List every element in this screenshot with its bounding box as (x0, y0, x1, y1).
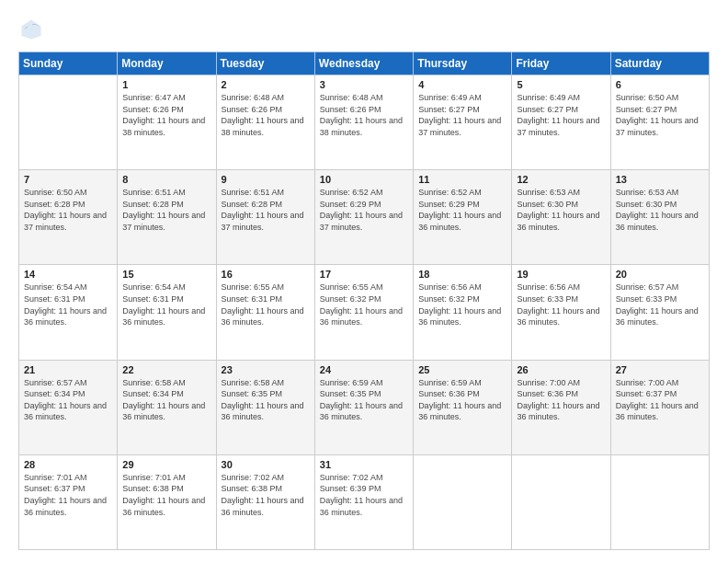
day-number: 23 (222, 364, 310, 375)
calendar-cell: 27Sunrise: 7:00 AMSunset: 6:37 PMDayligh… (610, 360, 709, 454)
cell-info: Sunrise: 6:58 AMSunset: 6:34 PMDaylight:… (122, 377, 210, 423)
logo (18, 17, 48, 42)
calendar-cell: 3Sunrise: 6:48 AMSunset: 6:26 PMDaylight… (314, 75, 413, 170)
calendar-cell: 12Sunrise: 6:53 AMSunset: 6:30 PMDayligh… (512, 170, 610, 265)
day-number: 20 (616, 269, 704, 280)
cell-info: Sunrise: 6:57 AMSunset: 6:33 PMDaylight:… (616, 282, 704, 327)
calendar-day-header: Thursday (414, 52, 512, 75)
calendar-week-row: 21Sunrise: 6:57 AMSunset: 6:34 PMDayligh… (19, 360, 710, 454)
calendar-day-header: Sunday (19, 52, 118, 75)
cell-info: Sunrise: 6:54 AMSunset: 6:31 PMDaylight:… (122, 282, 210, 327)
day-number: 7 (24, 174, 112, 185)
day-number: 19 (517, 269, 605, 280)
cell-info: Sunrise: 6:48 AMSunset: 6:26 PMDaylight:… (222, 92, 310, 138)
cell-info: Sunrise: 6:52 AMSunset: 6:29 PMDaylight:… (418, 187, 506, 233)
cell-info: Sunrise: 6:59 AMSunset: 6:36 PMDaylight:… (418, 377, 506, 423)
cell-info: Sunrise: 6:53 AMSunset: 6:30 PMDaylight:… (616, 187, 704, 233)
calendar-cell (19, 75, 118, 170)
cell-info: Sunrise: 6:50 AMSunset: 6:27 PMDaylight:… (616, 92, 704, 138)
cell-info: Sunrise: 7:01 AMSunset: 6:37 PMDaylight:… (24, 472, 112, 518)
calendar-cell: 4Sunrise: 6:49 AMSunset: 6:27 PMDaylight… (414, 75, 512, 170)
calendar-cell: 6Sunrise: 6:50 AMSunset: 6:27 PMDaylight… (610, 75, 709, 170)
cell-info: Sunrise: 6:56 AMSunset: 6:32 PMDaylight:… (418, 282, 506, 327)
cell-info: Sunrise: 6:50 AMSunset: 6:28 PMDaylight:… (24, 187, 112, 233)
calendar-cell: 22Sunrise: 6:58 AMSunset: 6:34 PMDayligh… (118, 360, 216, 454)
day-number: 25 (418, 364, 506, 375)
calendar-cell: 21Sunrise: 6:57 AMSunset: 6:34 PMDayligh… (19, 360, 118, 454)
cell-info: Sunrise: 6:47 AMSunset: 6:26 PMDaylight:… (122, 92, 210, 138)
calendar-cell: 11Sunrise: 6:52 AMSunset: 6:29 PMDayligh… (414, 170, 512, 265)
calendar-week-row: 14Sunrise: 6:54 AMSunset: 6:31 PMDayligh… (19, 265, 710, 360)
calendar-day-header: Wednesday (314, 52, 413, 75)
calendar-week-row: 28Sunrise: 7:01 AMSunset: 6:37 PMDayligh… (19, 454, 710, 549)
day-number: 24 (320, 364, 408, 375)
cell-info: Sunrise: 6:59 AMSunset: 6:35 PMDaylight:… (320, 377, 408, 423)
calendar-cell (414, 454, 512, 549)
cell-info: Sunrise: 7:02 AMSunset: 6:38 PMDaylight:… (222, 472, 310, 518)
calendar-week-row: 7Sunrise: 6:50 AMSunset: 6:28 PMDaylight… (19, 170, 710, 265)
calendar-cell: 10Sunrise: 6:52 AMSunset: 6:29 PMDayligh… (314, 170, 413, 265)
day-number: 17 (320, 269, 408, 280)
calendar-cell: 17Sunrise: 6:55 AMSunset: 6:32 PMDayligh… (314, 265, 413, 360)
cell-info: Sunrise: 6:48 AMSunset: 6:26 PMDaylight:… (320, 92, 408, 138)
cell-info: Sunrise: 7:00 AMSunset: 6:37 PMDaylight:… (616, 377, 704, 423)
day-number: 11 (418, 174, 506, 185)
calendar-cell: 28Sunrise: 7:01 AMSunset: 6:37 PMDayligh… (19, 454, 118, 549)
calendar-cell: 24Sunrise: 6:59 AMSunset: 6:35 PMDayligh… (314, 360, 413, 454)
calendar-table: SundayMondayTuesdayWednesdayThursdayFrid… (18, 52, 710, 550)
day-number: 6 (616, 79, 704, 90)
calendar-day-header: Friday (512, 52, 610, 75)
page: SundayMondayTuesdayWednesdayThursdayFrid… (0, 0, 728, 563)
day-number: 27 (616, 364, 704, 375)
calendar-cell: 29Sunrise: 7:01 AMSunset: 6:38 PMDayligh… (118, 454, 216, 549)
calendar-cell: 31Sunrise: 7:02 AMSunset: 6:39 PMDayligh… (314, 454, 413, 549)
cell-info: Sunrise: 6:57 AMSunset: 6:34 PMDaylight:… (24, 377, 112, 423)
cell-info: Sunrise: 6:49 AMSunset: 6:27 PMDaylight:… (517, 92, 605, 138)
calendar-day-header: Monday (118, 52, 216, 75)
cell-info: Sunrise: 6:53 AMSunset: 6:30 PMDaylight:… (517, 187, 605, 233)
cell-info: Sunrise: 6:55 AMSunset: 6:32 PMDaylight:… (320, 282, 408, 327)
day-number: 10 (320, 174, 408, 185)
cell-info: Sunrise: 6:55 AMSunset: 6:31 PMDaylight:… (222, 282, 310, 327)
calendar-cell (512, 454, 610, 549)
logo-icon (18, 17, 44, 42)
day-number: 18 (418, 269, 506, 280)
cell-info: Sunrise: 7:02 AMSunset: 6:39 PMDaylight:… (320, 472, 408, 518)
calendar-cell: 1Sunrise: 6:47 AMSunset: 6:26 PMDaylight… (118, 75, 216, 170)
calendar-cell: 18Sunrise: 6:56 AMSunset: 6:32 PMDayligh… (414, 265, 512, 360)
calendar-cell: 23Sunrise: 6:58 AMSunset: 6:35 PMDayligh… (216, 360, 314, 454)
calendar-cell: 16Sunrise: 6:55 AMSunset: 6:31 PMDayligh… (216, 265, 314, 360)
cell-info: Sunrise: 6:54 AMSunset: 6:31 PMDaylight:… (24, 282, 112, 327)
cell-info: Sunrise: 6:49 AMSunset: 6:27 PMDaylight:… (418, 92, 506, 138)
day-number: 28 (24, 459, 112, 470)
calendar-cell: 20Sunrise: 6:57 AMSunset: 6:33 PMDayligh… (610, 265, 709, 360)
day-number: 3 (320, 79, 408, 90)
day-number: 12 (517, 174, 605, 185)
svg-marker-0 (22, 20, 41, 40)
calendar-cell: 9Sunrise: 6:51 AMSunset: 6:28 PMDaylight… (216, 170, 314, 265)
cell-info: Sunrise: 7:01 AMSunset: 6:38 PMDaylight:… (122, 472, 210, 518)
day-number: 8 (122, 174, 210, 185)
header (18, 17, 710, 42)
day-number: 31 (320, 459, 408, 470)
calendar-cell: 26Sunrise: 7:00 AMSunset: 6:36 PMDayligh… (512, 360, 610, 454)
calendar-day-header: Tuesday (216, 52, 314, 75)
cell-info: Sunrise: 6:52 AMSunset: 6:29 PMDaylight:… (320, 187, 408, 233)
day-number: 2 (222, 79, 310, 90)
day-number: 5 (517, 79, 605, 90)
day-number: 29 (122, 459, 210, 470)
calendar-week-row: 1Sunrise: 6:47 AMSunset: 6:26 PMDaylight… (19, 75, 710, 170)
calendar-cell (610, 454, 709, 549)
calendar-cell: 2Sunrise: 6:48 AMSunset: 6:26 PMDaylight… (216, 75, 314, 170)
calendar-cell: 19Sunrise: 6:56 AMSunset: 6:33 PMDayligh… (512, 265, 610, 360)
calendar-header-row: SundayMondayTuesdayWednesdayThursdayFrid… (19, 52, 710, 75)
day-number: 22 (122, 364, 210, 375)
calendar-cell: 5Sunrise: 6:49 AMSunset: 6:27 PMDaylight… (512, 75, 610, 170)
day-number: 15 (122, 269, 210, 280)
calendar-cell: 25Sunrise: 6:59 AMSunset: 6:36 PMDayligh… (414, 360, 512, 454)
cell-info: Sunrise: 6:51 AMSunset: 6:28 PMDaylight:… (122, 187, 210, 233)
calendar-cell: 15Sunrise: 6:54 AMSunset: 6:31 PMDayligh… (118, 265, 216, 360)
cell-info: Sunrise: 6:58 AMSunset: 6:35 PMDaylight:… (222, 377, 310, 423)
day-number: 30 (222, 459, 310, 470)
calendar-cell: 8Sunrise: 6:51 AMSunset: 6:28 PMDaylight… (118, 170, 216, 265)
